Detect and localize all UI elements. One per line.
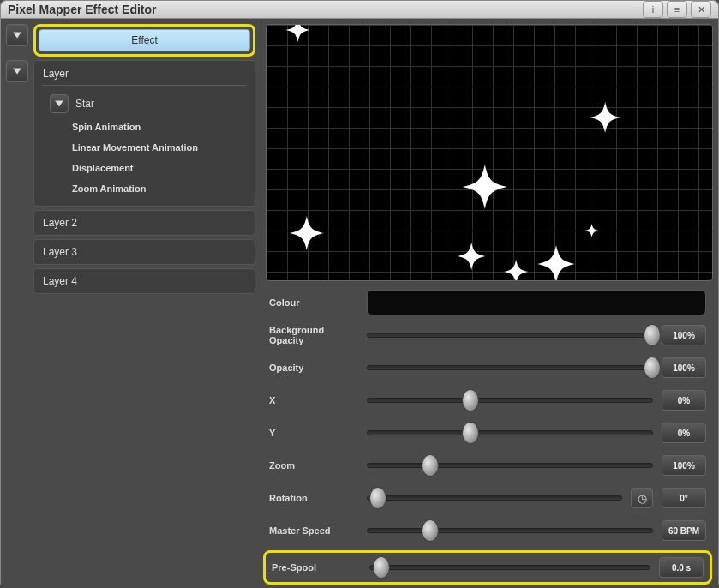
bg-opacity-slider[interactable]: [367, 333, 653, 338]
param-master-speed: Master Speed 60 BPM: [269, 518, 706, 543]
layer-2[interactable]: Layer 2: [33, 210, 255, 236]
close-button[interactable]: ✕: [691, 1, 711, 18]
anim-displacement[interactable]: Displacement: [43, 158, 246, 178]
info-button[interactable]: i: [643, 1, 663, 18]
effect-button[interactable]: Effect: [39, 29, 250, 51]
y-slider[interactable]: [367, 430, 653, 435]
layer-3[interactable]: Layer 3: [33, 239, 255, 265]
right-panel: Colour Background Opacity 100% Opacity 1…: [261, 19, 718, 588]
rotation-value[interactable]: 0°: [662, 488, 706, 508]
y-label: Y: [269, 428, 358, 438]
bg-opacity-label: Background Opacity: [269, 325, 358, 345]
anim-spin[interactable]: Spin Animation: [43, 117, 246, 137]
window-title: Pixel Mapper Effect Editor: [8, 3, 639, 16]
rotation-slider[interactable]: [367, 495, 622, 501]
layer-divider: [43, 85, 246, 86]
layer-1[interactable]: Layer Star Spin Animation Linear Movemen…: [33, 60, 255, 207]
rotation-label: Rotation: [269, 493, 358, 503]
param-y: Y 0%: [269, 420, 706, 446]
anim-zoom[interactable]: Zoom Animation: [43, 178, 246, 199]
param-rotation: Rotation ◷ 0°: [269, 485, 706, 511]
colour-label: Colour: [269, 297, 358, 308]
master-speed-slider[interactable]: [367, 528, 653, 533]
y-value[interactable]: 0%: [662, 423, 706, 443]
param-pre-spool: Pre-Spool 0.0 s: [263, 550, 712, 585]
layer-1-title: Layer: [43, 68, 246, 80]
collapse-effect-button[interactable]: [6, 24, 28, 46]
bg-opacity-value[interactable]: 100%: [662, 325, 706, 345]
param-x: X 0%: [269, 387, 706, 413]
pre-spool-slider[interactable]: [369, 565, 650, 570]
preview-stars: [267, 25, 712, 280]
zoom-label: Zoom: [269, 460, 358, 471]
param-bg-opacity: Background Opacity 100%: [269, 322, 706, 348]
menu-button[interactable]: ≡: [667, 1, 687, 18]
anim-linear[interactable]: Linear Movement Animation: [43, 137, 246, 158]
content: Effect Layer Star Spin Animation: [1, 19, 718, 588]
x-label: X: [269, 395, 358, 405]
master-speed-value[interactable]: 60 BPM: [662, 520, 706, 541]
colour-swatch[interactable]: [367, 290, 706, 315]
opacity-value[interactable]: 100%: [662, 357, 706, 378]
master-speed-label: Master Speed: [269, 525, 358, 536]
param-colour: Colour: [269, 290, 706, 315]
clock-icon[interactable]: ◷: [631, 488, 653, 508]
layer-4[interactable]: Layer 4: [33, 268, 255, 294]
x-value[interactable]: 0%: [662, 390, 706, 411]
svg-marker-0: [13, 32, 21, 38]
collapse-star-button[interactable]: [50, 94, 69, 113]
params-panel: Colour Background Opacity 100% Opacity 1…: [266, 286, 713, 588]
svg-marker-2: [55, 100, 63, 106]
effect-highlight: Effect: [33, 24, 255, 57]
collapse-layer1-button[interactable]: [6, 60, 28, 82]
window: Pixel Mapper Effect Editor i ≡ ✕ Effect …: [0, 0, 719, 588]
x-slider[interactable]: [367, 398, 653, 403]
zoom-value[interactable]: 100%: [662, 455, 706, 476]
opacity-slider[interactable]: [367, 365, 653, 370]
element-star[interactable]: Star: [75, 98, 94, 110]
pre-spool-label: Pre-Spool: [272, 562, 361, 573]
param-opacity: Opacity 100%: [269, 355, 706, 381]
titlebar: Pixel Mapper Effect Editor i ≡ ✕: [1, 1, 718, 19]
svg-marker-1: [13, 68, 21, 74]
param-zoom: Zoom 100%: [269, 453, 706, 478]
pre-spool-value[interactable]: 0.0 s: [659, 557, 704, 578]
left-panel: Effect Layer Star Spin Animation: [1, 19, 261, 588]
preview-canvas[interactable]: [266, 24, 713, 281]
opacity-label: Opacity: [269, 363, 358, 373]
zoom-slider[interactable]: [367, 463, 653, 468]
